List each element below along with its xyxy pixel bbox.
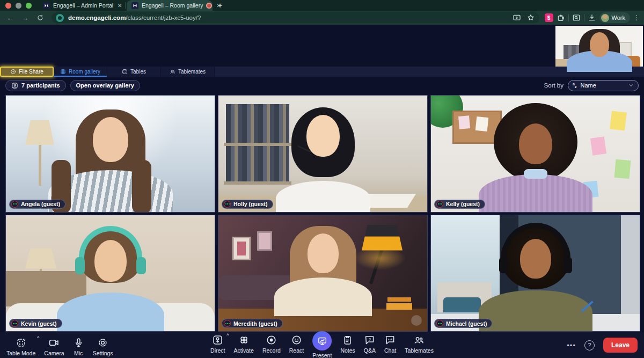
browser-tab-title: Engageli – Room gallery bbox=[142, 2, 203, 9]
video-tile-holly[interactable]: Holly (guest) bbox=[218, 95, 428, 213]
close-tab-icon[interactable]: ✕ bbox=[116, 3, 122, 9]
downloads-icon[interactable] bbox=[588, 13, 596, 22]
person-face bbox=[306, 115, 340, 157]
activate-icon bbox=[238, 334, 250, 346]
direct-button[interactable]: ^ Direct bbox=[210, 332, 225, 354]
react-button[interactable]: React bbox=[289, 332, 304, 354]
gallery-subbar: 7 participants Open overlay gallery Sort… bbox=[0, 78, 644, 92]
meeting-toolbar: ^ Table Mode Camera Mic Settings bbox=[0, 332, 644, 358]
open-overlay-gallery-button[interactable]: Open overlay gallery bbox=[70, 80, 140, 91]
lamp-pole bbox=[39, 145, 41, 186]
tab-label: File Share bbox=[19, 69, 43, 75]
video-tile-angela[interactable]: Angela (guest) bbox=[5, 95, 215, 213]
settings-button[interactable]: Settings bbox=[93, 334, 113, 356]
participant-name: Kevin (guest) bbox=[21, 320, 57, 327]
person-body bbox=[479, 174, 592, 213]
caret-up-icon: ^ bbox=[37, 335, 39, 341]
divider bbox=[584, 14, 584, 21]
tab-tables[interactable]: Tables bbox=[107, 67, 161, 77]
address-bar[interactable]: demo.engageli.com/class/current/jzb-xc5-… bbox=[52, 12, 539, 23]
present-button[interactable]: Present bbox=[312, 332, 332, 358]
record-button[interactable]: Record bbox=[262, 332, 281, 354]
sort-dropdown[interactable]: az Name bbox=[568, 80, 639, 91]
camera-button[interactable]: Camera bbox=[44, 334, 64, 356]
close-window-button[interactable] bbox=[5, 3, 11, 9]
gear-icon bbox=[97, 337, 108, 348]
more-options-icon[interactable]: ••• bbox=[567, 341, 576, 349]
back-button[interactable]: ← bbox=[4, 14, 16, 22]
help-icon[interactable]: ? bbox=[584, 340, 595, 350]
self-view-video[interactable] bbox=[554, 25, 644, 73]
participant-name-pill: Meredith (guest) bbox=[222, 319, 283, 328]
tab-divider bbox=[125, 2, 126, 9]
zoom-window-button[interactable] bbox=[26, 3, 32, 9]
site-favicon-icon bbox=[56, 14, 64, 22]
reload-button[interactable] bbox=[34, 14, 46, 21]
participant-video bbox=[6, 96, 215, 212]
wall-drawing bbox=[614, 159, 631, 179]
qa-button[interactable]: ? Q&A bbox=[364, 332, 376, 354]
person-body bbox=[479, 290, 592, 332]
tab-file-share[interactable]: File Share bbox=[0, 67, 54, 77]
headphones-band bbox=[79, 226, 142, 259]
headphone-cup bbox=[136, 257, 146, 274]
overlay-gallery-label: Open overlay gallery bbox=[76, 82, 134, 89]
window-controls[interactable] bbox=[0, 0, 38, 11]
chat-button[interactable]: Chat bbox=[384, 332, 396, 354]
room-tabbar: File Share Room gallery Tables Tablemate… bbox=[0, 67, 644, 77]
picture-frame bbox=[257, 231, 272, 251]
browser-tab-room-gallery[interactable]: Engageli – Room gallery ✕ bbox=[127, 0, 213, 11]
person-face bbox=[308, 233, 339, 273]
picture-frame bbox=[232, 237, 251, 260]
headphone-cup bbox=[499, 257, 508, 273]
video-tile-meredith[interactable]: Meredith (guest) bbox=[218, 215, 428, 332]
pink-extension-icon[interactable]: $ bbox=[545, 13, 553, 22]
tablemates-icon bbox=[414, 334, 425, 346]
chat-bubble-icon bbox=[385, 334, 396, 346]
activate-button[interactable]: Activate bbox=[234, 332, 254, 354]
file-share-icon bbox=[10, 69, 16, 75]
person-face bbox=[590, 32, 609, 57]
mic-activity-icon bbox=[224, 201, 231, 208]
tablemates-button[interactable]: Tablemates bbox=[405, 332, 434, 354]
wall-drawing bbox=[590, 136, 606, 155]
search-tabs-icon[interactable] bbox=[572, 13, 581, 22]
participants-count-badge[interactable]: 7 participants bbox=[5, 80, 66, 91]
mic-activity-icon bbox=[436, 320, 443, 327]
notes-button[interactable]: Notes bbox=[340, 332, 355, 354]
browser-tab-admin-portal[interactable]: Engageli – Admin Portal ✕ bbox=[38, 0, 124, 11]
cast-tab-icon[interactable] bbox=[513, 13, 521, 22]
sort-by-label: Sort by bbox=[544, 82, 564, 89]
self-view-scene bbox=[555, 26, 643, 72]
minimize-window-button[interactable] bbox=[16, 3, 21, 9]
participant-name-pill: Michael (guest) bbox=[434, 319, 492, 328]
tile-expand-button[interactable] bbox=[411, 315, 422, 326]
new-tab-button[interactable]: + bbox=[213, 0, 228, 11]
participant-name: Kelly (guest) bbox=[446, 201, 480, 207]
table-mode-button[interactable]: ^ Table Mode bbox=[6, 334, 35, 356]
person-body bbox=[276, 181, 370, 213]
participant-name: Holly (guest) bbox=[233, 201, 268, 207]
url-path: /class/current/jzb-xc5-uoy/? bbox=[126, 14, 201, 21]
video-tile-kevin[interactable]: Kevin (guest) bbox=[5, 215, 215, 332]
mic-activity-icon bbox=[436, 201, 443, 208]
mic-button[interactable]: Mic bbox=[73, 334, 84, 356]
extensions-puzzle-icon[interactable] bbox=[557, 13, 565, 22]
tab-room-gallery[interactable]: Room gallery bbox=[54, 67, 107, 77]
browser-menu-icon[interactable]: ⋮ bbox=[633, 14, 640, 21]
video-tile-kelly[interactable]: Kelly (guest) bbox=[430, 95, 640, 213]
person-body bbox=[274, 277, 372, 316]
present-active-circle bbox=[312, 331, 332, 350]
camera-icon bbox=[48, 337, 60, 348]
tab-tablemates[interactable]: Tablemates bbox=[161, 67, 215, 77]
notes-icon bbox=[342, 334, 354, 346]
bookmark-star-icon[interactable] bbox=[526, 13, 535, 22]
profile-name: Work bbox=[612, 14, 625, 21]
browser-profile-chip[interactable]: Work bbox=[599, 12, 630, 23]
participant-video bbox=[431, 215, 640, 332]
forward-button[interactable]: → bbox=[19, 14, 31, 22]
participant-video bbox=[6, 215, 215, 332]
leave-button[interactable]: Leave bbox=[603, 338, 638, 353]
video-tile-michael[interactable]: Michael (guest) bbox=[430, 215, 640, 332]
gallery-grid-icon bbox=[60, 69, 66, 75]
